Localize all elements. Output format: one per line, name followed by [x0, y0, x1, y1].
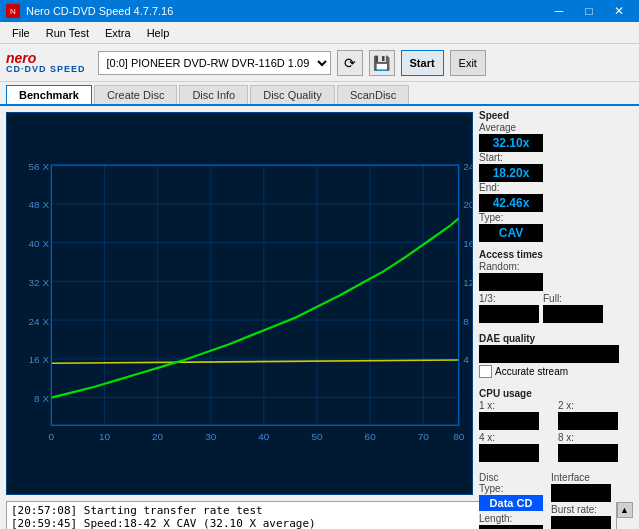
- svg-text:60: 60: [365, 431, 377, 442]
- log-scrollbar: ▲ ▼: [616, 502, 632, 529]
- drive-select[interactable]: [0:0] PIONEER DVD-RW DVR-116D 1.09: [98, 51, 331, 75]
- menu-help[interactable]: Help: [139, 25, 178, 41]
- svg-text:24: 24: [463, 161, 472, 172]
- cpu-2x-label: 2 x:: [558, 400, 635, 411]
- exit-button[interactable]: Exit: [450, 50, 486, 76]
- speed-section: Speed Average 32.10x Start: 18.20x End: …: [479, 110, 635, 242]
- right-panel: Speed Average 32.10x Start: 18.20x End: …: [479, 106, 639, 501]
- cpu-2x-box: [558, 412, 618, 430]
- svg-text:16 X: 16 X: [29, 354, 50, 365]
- type-value: CAV: [479, 224, 543, 242]
- tab-create-disc[interactable]: Create Disc: [94, 85, 177, 104]
- chart-svg: 56 X 48 X 40 X 32 X 24 X 16 X 8 X 24 20 …: [7, 113, 472, 494]
- full-label: Full:: [543, 293, 603, 304]
- nero-logo: nero CD·DVD SPEED: [6, 51, 86, 74]
- svg-text:16: 16: [463, 238, 472, 249]
- save-icon-button[interactable]: 💾: [369, 50, 395, 76]
- interface-title: Interface: [551, 472, 611, 483]
- tab-disc-info[interactable]: Disc Info: [179, 85, 248, 104]
- cpu-8x-box: [558, 444, 618, 462]
- scrollbar-up-button[interactable]: ▲: [617, 502, 633, 518]
- svg-text:0: 0: [49, 431, 55, 442]
- minimize-button[interactable]: ─: [545, 2, 573, 20]
- tab-scan-disc[interactable]: ScanDisc: [337, 85, 409, 104]
- svg-text:40 X: 40 X: [29, 238, 50, 249]
- menu-bar: File Run Test Extra Help: [0, 22, 639, 44]
- refresh-icon-button[interactable]: ⟳: [337, 50, 363, 76]
- nero-logo-bottom: CD·DVD SPEED: [6, 65, 86, 74]
- svg-text:20: 20: [152, 431, 164, 442]
- svg-text:50: 50: [311, 431, 323, 442]
- one-third-value-box: [479, 305, 539, 323]
- random-label: Random:: [479, 261, 543, 272]
- interface-value-box: [551, 484, 611, 502]
- svg-text:4: 4: [463, 354, 469, 365]
- cpu-section: CPU usage 1 x: 2 x: 4 x: 8 x:: [479, 388, 635, 462]
- svg-text:32 X: 32 X: [29, 277, 50, 288]
- svg-text:56 X: 56 X: [29, 161, 50, 172]
- average-value: 32.10x: [479, 134, 543, 152]
- tab-benchmark[interactable]: Benchmark: [6, 85, 92, 104]
- tabs: Benchmark Create Disc Disc Info Disc Qua…: [0, 82, 639, 106]
- toolbar: nero CD·DVD SPEED [0:0] PIONEER DVD-RW D…: [0, 44, 639, 82]
- log-line-1: [20:57:08] Starting transfer rate test: [11, 504, 612, 517]
- disc-type-label: DiscType:: [479, 472, 543, 494]
- random-value-box: [479, 273, 543, 291]
- svg-text:48 X: 48 X: [29, 199, 50, 210]
- menu-extra[interactable]: Extra: [97, 25, 139, 41]
- cpu-4x-box: [479, 444, 539, 462]
- svg-text:8 X: 8 X: [34, 393, 49, 404]
- dae-section: DAE quality Accurate stream: [479, 333, 635, 378]
- scrollbar-track: [617, 518, 633, 529]
- nero-logo-top: nero: [6, 51, 36, 65]
- svg-text:70: 70: [418, 431, 430, 442]
- svg-text:20: 20: [463, 199, 472, 210]
- main-content: 56 X 48 X 40 X 32 X 24 X 16 X 8 X 24 20 …: [0, 106, 639, 501]
- title-bar: N Nero CD-DVD Speed 4.7.7.16 ─ □ ✕: [0, 0, 639, 22]
- menu-file[interactable]: File: [4, 25, 38, 41]
- tab-disc-quality[interactable]: Disc Quality: [250, 85, 335, 104]
- cpu-4x-label: 4 x:: [479, 432, 556, 443]
- start-label: Start:: [479, 152, 635, 163]
- access-times-section: Access times Random: 1/3: Full:: [479, 249, 635, 323]
- svg-text:30: 30: [205, 431, 217, 442]
- average-label: Average: [479, 122, 635, 133]
- dae-value-box: [479, 345, 619, 363]
- accurate-stream-label2: stream: [537, 366, 568, 377]
- end-label: End:: [479, 182, 635, 193]
- start-value: 18.20x: [479, 164, 543, 182]
- svg-text:24 X: 24 X: [29, 316, 50, 327]
- log-content: [20:57:08] Starting transfer rate test […: [7, 502, 616, 529]
- end-value: 42.46x: [479, 194, 543, 212]
- cpu-1x-box: [479, 412, 539, 430]
- maximize-button[interactable]: □: [575, 2, 603, 20]
- menu-run-test[interactable]: Run Test: [38, 25, 97, 41]
- svg-text:12: 12: [463, 277, 472, 288]
- svg-text:80: 80: [453, 431, 465, 442]
- svg-text:8: 8: [463, 316, 469, 327]
- start-button[interactable]: Start: [401, 50, 444, 76]
- dae-title: DAE quality: [479, 333, 635, 344]
- svg-text:10: 10: [99, 431, 111, 442]
- type-label: Type:: [479, 212, 635, 223]
- cpu-8x-label: 8 x:: [558, 432, 635, 443]
- cpu-title: CPU usage: [479, 388, 635, 399]
- svg-text:40: 40: [258, 431, 270, 442]
- one-third-label: 1/3:: [479, 293, 539, 304]
- accurate-stream-label: Accurate: [495, 366, 534, 377]
- full-value-box: [543, 305, 603, 323]
- speed-title: Speed: [479, 110, 635, 121]
- accurate-stream-checkbox[interactable]: [479, 365, 492, 378]
- log-line-2: [20:59:45] Speed:18-42 X CAV (32.10 X av…: [11, 517, 612, 529]
- close-button[interactable]: ✕: [605, 2, 633, 20]
- chart-area: 56 X 48 X 40 X 32 X 24 X 16 X 8 X 24 20 …: [6, 112, 473, 495]
- cpu-1x-label: 1 x:: [479, 400, 556, 411]
- log-area: [20:57:08] Starting transfer rate test […: [6, 501, 633, 529]
- svg-rect-0: [7, 154, 472, 453]
- window-title: Nero CD-DVD Speed 4.7.7.16: [26, 5, 173, 17]
- accurate-stream-row: Accurate stream: [479, 365, 635, 378]
- access-times-title: Access times: [479, 249, 635, 260]
- app-icon: N: [6, 4, 20, 18]
